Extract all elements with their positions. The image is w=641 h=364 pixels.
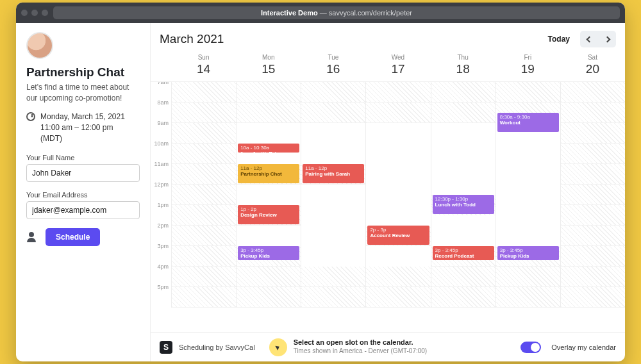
traffic-light-min[interactable]	[31, 10, 38, 16]
brand-text: Scheduling by SavvyCal	[179, 343, 255, 351]
chevron-right-icon	[604, 36, 610, 42]
day-column[interactable]	[560, 82, 625, 308]
overlay-toggle-label: Overlay my calendar	[551, 343, 616, 351]
open-slot[interactable]	[431, 215, 495, 246]
open-slot[interactable]	[237, 226, 301, 246]
traffic-light-close[interactable]	[21, 10, 28, 16]
chevron-left-icon	[586, 36, 592, 42]
day-header: Wed17	[365, 50, 430, 81]
hour-label: 7am	[151, 82, 171, 99]
calendar-event[interactable]: 3p - 3:45pPickup Kids	[238, 246, 299, 260]
hour-label: 2pm	[151, 222, 171, 243]
title-bold: Interactive Demo	[261, 9, 318, 17]
calendar-event[interactable]: 1p - 2pDesign Review	[238, 205, 299, 224]
next-week-button[interactable]	[598, 31, 616, 47]
footer-bar: S Scheduling by SavvyCal Select an open …	[151, 332, 625, 361]
calendar-event[interactable]: 11a - 12pPartnership Chat	[238, 164, 299, 183]
month-label: March 2021	[160, 32, 542, 46]
day-header: Sat20	[560, 50, 625, 81]
prev-week-button[interactable]	[580, 31, 598, 47]
day-column[interactable]: 10a - 10:30a1-on-1 with Brian11a - 12pPa…	[236, 82, 301, 308]
schedule-button[interactable]: Schedule	[46, 228, 100, 246]
hint-sub: Times shown in America - Denver (GMT-07:…	[294, 347, 428, 356]
weekday-header: Sun14Mon15Tue16Wed17Thu18Fri19Sat20	[151, 50, 625, 82]
day-header: Sun14	[171, 50, 236, 81]
day-header: Mon15	[236, 50, 301, 81]
cursor-badge-icon	[269, 338, 287, 356]
traffic-light-max[interactable]	[42, 10, 48, 16]
meeting-title: Partnership Chat	[26, 65, 140, 79]
selected-date: Monday, March 15, 2021	[40, 112, 125, 122]
open-slot[interactable]	[301, 185, 365, 267]
calendar-event[interactable]: 12:30p - 1:30pLunch with Todd	[433, 195, 494, 214]
name-label: Your Full Name	[26, 154, 140, 161]
calendar-event[interactable]: 11a - 12pPairing with Sarah	[303, 164, 364, 183]
day-header: Tue16	[301, 50, 365, 81]
booking-sidebar: Partnership Chat Let's find a time to me…	[16, 23, 151, 361]
day-header: Thu18	[431, 50, 495, 81]
calendar-event[interactable]: 8:30a - 9:30aWorkout	[497, 113, 559, 132]
calendar-event[interactable]: 3p - 3:45pRecord Podcast	[433, 246, 494, 260]
selected-hours: 11:00 am – 12:00 pm	[40, 122, 125, 133]
day-column[interactable]: 12:30p - 1:30pLunch with Todd3p - 3:45pR…	[431, 82, 495, 308]
footer-hint: Select an open slot on the calendar. Tim…	[294, 338, 428, 355]
day-column[interactable]: 8:30a - 9:30aWorkout3p - 3:45pPickup Kid…	[495, 82, 560, 308]
hour-label: 8am	[151, 99, 171, 120]
add-guest-icon[interactable]	[26, 232, 39, 242]
title-rest: — savvycal.com/derrick/peter	[318, 9, 412, 17]
selected-tz: (MDT)	[40, 133, 125, 144]
day-column[interactable]: 11a - 12pPairing with Sarah	[301, 82, 365, 308]
host-avatar	[26, 32, 53, 59]
open-slot[interactable]	[431, 123, 495, 195]
calendar-event[interactable]: 3p - 3:45pPickup Kids	[497, 246, 559, 260]
hour-label: 3pm	[151, 243, 171, 263]
address-bar[interactable]: Interactive Demo — savvycal.com/derrick/…	[53, 6, 620, 19]
hint-main: Select an open slot on the calendar.	[294, 338, 428, 347]
window-titlebar: Interactive Demo — savvycal.com/derrick/…	[16, 3, 625, 23]
calendar-main: March 2021 Today Sun14Mon15Tue16Wed17Thu…	[151, 23, 625, 361]
overlay-toggle[interactable]	[520, 342, 541, 353]
selected-time: Monday, March 15, 2021 11:00 am – 12:00 …	[40, 112, 125, 145]
hour-label: 5pm	[151, 284, 171, 304]
name-input[interactable]	[26, 164, 140, 182]
savvycal-logo: S	[160, 341, 172, 354]
email-input[interactable]	[26, 201, 140, 219]
hour-label: 10am	[151, 140, 171, 161]
meeting-description: Let's find a time to meet about our upco…	[26, 82, 140, 104]
today-button[interactable]: Today	[542, 31, 576, 47]
day-column[interactable]: 2p - 3pAccount Review	[365, 82, 430, 308]
open-slot[interactable]	[237, 185, 301, 205]
day-column[interactable]	[171, 82, 236, 308]
hour-label: 9am	[151, 120, 171, 140]
day-header: Fri19	[495, 50, 560, 81]
clock-icon	[26, 112, 35, 121]
open-slot[interactable]	[366, 123, 430, 226]
open-slot[interactable]	[301, 123, 365, 164]
email-label: Your Email Address	[26, 191, 140, 199]
hour-label: 4pm	[151, 263, 171, 284]
hour-label: 12pm	[151, 181, 171, 202]
calendar-event[interactable]: 10a - 10:30a1-on-1 with Brian	[238, 144, 299, 153]
hour-label: 11am	[151, 161, 171, 181]
calendar-event[interactable]: 2p - 3pAccount Review	[367, 226, 429, 245]
open-slot[interactable]	[496, 123, 560, 246]
calendar-grid[interactable]: 7am8am9am10am11am12pm1pm2pm3pm4pm5pm10a …	[151, 82, 625, 308]
hour-label: 1pm	[151, 202, 171, 222]
open-slot[interactable]	[366, 246, 430, 267]
